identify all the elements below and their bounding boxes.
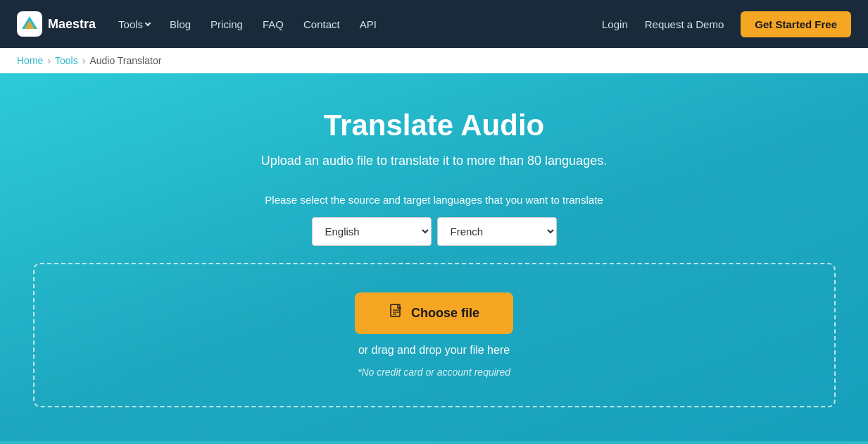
login-link[interactable]: Login xyxy=(602,18,628,30)
choose-file-button[interactable]: Choose file xyxy=(355,292,513,334)
navbar: Maestra Tools Blog Pricing FAQ Contact A… xyxy=(0,0,868,48)
language-selectors: English Spanish German Italian Portugues… xyxy=(312,217,557,246)
target-language-select[interactable]: French English Spanish German Italian Po… xyxy=(437,217,557,246)
breadcrumb-home[interactable]: Home xyxy=(17,55,43,66)
request-demo-link[interactable]: Request a Demo xyxy=(645,18,724,30)
nav-tools[interactable]: Tools xyxy=(118,18,150,30)
nav-contact[interactable]: Contact xyxy=(303,18,340,30)
breadcrumb-sep-1: › xyxy=(47,55,51,66)
nav-right: Login Request a Demo Get Started Free xyxy=(602,11,851,37)
nav-pricing[interactable]: Pricing xyxy=(210,18,243,30)
lang-instruction: Please select the source and target lang… xyxy=(265,194,603,206)
chevron-down-icon xyxy=(145,20,151,26)
logo-link[interactable]: Maestra xyxy=(17,11,96,37)
drag-drop-text: or drag and drop your file here xyxy=(358,344,510,357)
breadcrumb-tools[interactable]: Tools xyxy=(55,55,78,66)
breadcrumb-sep-2: › xyxy=(82,55,86,66)
breadcrumb-current: Audio Translator xyxy=(89,55,161,66)
choose-file-label: Choose file xyxy=(411,306,479,321)
logo-text: Maestra xyxy=(48,17,96,32)
upload-dropzone[interactable]: Choose file or drag and drop your file h… xyxy=(33,263,836,407)
nav-api[interactable]: API xyxy=(360,18,377,30)
nav-links: Tools Blog Pricing FAQ Contact API xyxy=(118,18,579,30)
main-content: Translate Audio Upload an audio file to … xyxy=(0,73,868,441)
get-started-button[interactable]: Get Started Free xyxy=(741,11,851,37)
page-title: Translate Audio xyxy=(324,109,545,142)
page-subtitle: Upload an audio file to translate it to … xyxy=(261,154,607,168)
no-credit-card-text: *No credit card or account required xyxy=(358,366,510,378)
source-language-select[interactable]: English Spanish German Italian Portugues… xyxy=(312,217,432,246)
nav-blog[interactable]: Blog xyxy=(170,18,191,30)
nav-faq[interactable]: FAQ xyxy=(263,18,284,30)
file-icon xyxy=(389,304,404,323)
logo-icon xyxy=(17,11,42,37)
breadcrumb: Home › Tools › Audio Translator xyxy=(0,48,868,73)
